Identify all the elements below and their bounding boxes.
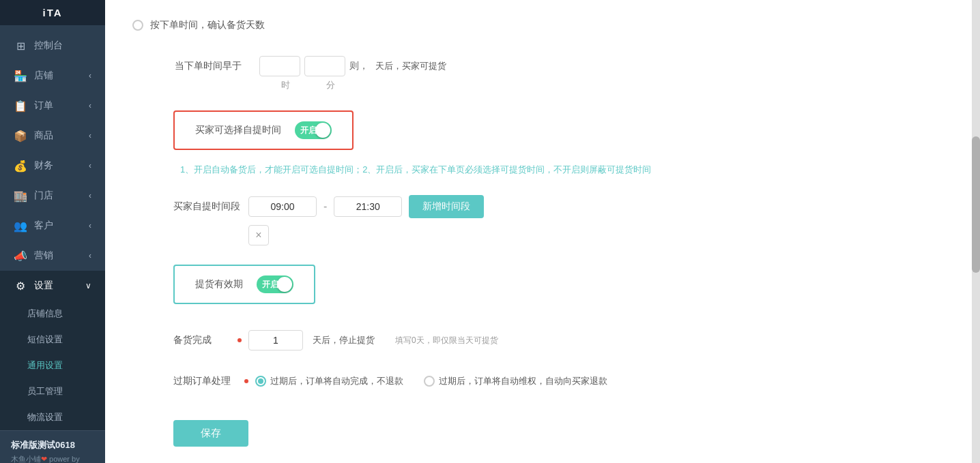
radio-opt2-text: 过期后，订单将自动维权，自动向买家退款 <box>439 375 607 387</box>
radio-time-option-row: 按下单时间，确认备货天数 <box>132 14 953 37</box>
chevron-right-icon: ‹ <box>89 161 91 170</box>
period-end-input[interactable] <box>334 196 402 217</box>
time-input-row: 则， 天后，买家可提货 <box>259 56 446 76</box>
sidebar-item-label: 营销 <box>34 250 53 262</box>
hour-unit: 时 <box>265 79 306 91</box>
pickup-note: 1、开启自动备货后，才能开启可选自提时间；2、开启后，买家在下单页必须选择可提货… <box>139 164 953 176</box>
stock-complete-label: 备货完成 <box>173 334 228 346</box>
time-period-row: 买家自提时间段 - 新增时间段 <box>173 195 484 218</box>
save-section: 保存 <box>132 406 953 447</box>
main-content: 按下单时间，确认备货天数 当下单时间早于 则， 天后，买家可提货 时 分 <box>105 0 980 463</box>
stock-note: 填写0天，即仅限当天可提货 <box>395 335 498 346</box>
sidebar-item-branches[interactable]: 🏬 门店 ‹ <box>0 181 105 211</box>
time-inputs-group: 则， 天后，买家可提货 时 分 <box>259 56 446 91</box>
chevron-right-icon: ‹ <box>89 251 91 260</box>
validity-toggle-section: 提货有效期 开启 <box>132 265 953 311</box>
store-name: 标准版测试0618 <box>11 439 94 451</box>
min-unit: 分 <box>310 79 351 91</box>
validity-toggle[interactable]: 开启 <box>257 275 293 293</box>
pickup-toggle-box: 买家可选择自提时间 开启 <box>173 110 354 150</box>
validity-toggle-box: 提货有效期 开启 <box>173 265 315 304</box>
dashboard-icon: ⊞ <box>14 39 27 53</box>
sidebar-logo: iTA <box>0 0 105 25</box>
sidebar-subitem-sms[interactable]: 短信设置 <box>0 327 105 353</box>
sidebar-item-label: 控制台 <box>34 40 63 52</box>
radio-time-option-label: 按下单时间，确认备货天数 <box>150 19 265 31</box>
finance-icon: 💰 <box>14 159 27 173</box>
branches-icon: 🏬 <box>14 189 27 203</box>
pickup-time-label: 买家可选择自提时间 <box>195 124 281 136</box>
radio-opt1-text: 过期后，订单将自动完成，不退款 <box>270 375 403 387</box>
customers-icon: 👥 <box>14 219 27 233</box>
stock-days-input[interactable] <box>248 330 303 350</box>
sidebar-item-marketing[interactable]: 📣 营销 ‹ <box>0 241 105 271</box>
products-icon: 📦 <box>14 129 27 143</box>
expired-order-row: 过期订单处理 过期后，订单将自动完成，不退款 过期后，订单将自动维权，自动向买家… <box>132 370 953 393</box>
order-time-row: 当下单时间早于 则， 天后，买家可提货 时 分 <box>132 50 953 97</box>
chevron-right-icon: ‹ <box>89 191 91 200</box>
time-unit-row: 时 分 <box>259 79 446 91</box>
sidebar-subitem-general[interactable]: 通用设置 <box>0 353 105 378</box>
sidebar-item-label: 门店 <box>34 190 53 202</box>
sidebar-item-label: 设置 <box>34 280 53 292</box>
sidebar-item-settings[interactable]: ⚙ 设置 ∨ <box>0 271 105 301</box>
save-button[interactable]: 保存 <box>173 420 248 447</box>
sidebar-item-store[interactable]: 🏪 店铺 ‹ <box>0 61 105 91</box>
chevron-right-icon: ‹ <box>89 101 91 110</box>
sidebar-item-label: 订单 <box>34 100 53 112</box>
period-start-input[interactable] <box>248 196 317 217</box>
add-period-button[interactable]: 新增时间段 <box>409 195 484 218</box>
pickup-toggle-section: 买家可选择自提时间 开启 <box>132 110 953 157</box>
powered-by-text: 木鱼小铺❤ power by <box>11 454 94 463</box>
sidebar-item-products[interactable]: 📦 商品 ‹ <box>0 121 105 151</box>
scrollbar-thumb[interactable] <box>972 136 980 273</box>
days-after-text: 天后，买家可提货 <box>375 60 446 72</box>
sidebar-item-label: 店铺 <box>34 70 53 82</box>
sidebar-footer: 标准版测试0618 木鱼小铺❤ power by <box>0 430 105 463</box>
sidebar-item-orders[interactable]: 📋 订单 ‹ <box>0 91 105 121</box>
time-min-input[interactable] <box>304 56 345 76</box>
expired-required-dot <box>244 379 248 383</box>
validity-label: 提货有效期 <box>195 278 243 290</box>
delete-period-button[interactable]: × <box>248 225 269 245</box>
sidebar: iTA ⊞ 控制台 🏪 店铺 ‹ 📋 订单 ‹ 📦 商品 ‹ 💰 财务 ‹ 🏬 … <box>0 0 105 463</box>
chevron-right-icon: ‹ <box>89 221 91 230</box>
expired-radio-opt1[interactable]: 过期后，订单将自动完成，不退款 <box>255 375 403 387</box>
pickup-toggle[interactable]: 开启 <box>295 121 332 139</box>
required-dot <box>237 338 242 342</box>
chevron-down-icon: ∨ <box>85 281 91 290</box>
sidebar-item-finance[interactable]: 💰 财务 ‹ <box>0 151 105 181</box>
settings-submenu: 店铺信息 短信设置 通用设置 员工管理 物流设置 <box>0 301 105 430</box>
sidebar-item-customers[interactable]: 👥 客户 ‹ <box>0 211 105 241</box>
stock-days-suffix: 天后，停止提货 <box>313 334 375 346</box>
marketing-icon: 📣 <box>14 249 27 263</box>
sidebar-subitem-store-info[interactable]: 店铺信息 <box>0 301 105 327</box>
radio-time-option[interactable] <box>132 20 143 31</box>
radio-opt2-circle[interactable] <box>424 376 435 387</box>
radio-opt1-circle[interactable] <box>255 376 266 387</box>
delete-row: × <box>248 225 269 245</box>
store-icon: 🏪 <box>14 69 27 83</box>
time-hour-input[interactable] <box>259 56 300 76</box>
dash-separator: - <box>323 200 327 213</box>
sidebar-item-label: 客户 <box>34 220 53 232</box>
settings-icon: ⚙ <box>14 279 27 293</box>
comma-text: 则， <box>349 60 369 72</box>
sidebar-item-label: 财务 <box>34 160 53 172</box>
chevron-right-icon: ‹ <box>89 71 91 80</box>
expired-order-label: 过期订单处理 <box>173 375 235 387</box>
time-period-section: 买家自提时间段 - 新增时间段 × <box>132 190 953 251</box>
sidebar-subitem-logistics[interactable]: 物流设置 <box>0 404 105 430</box>
orders-icon: 📋 <box>14 99 27 113</box>
sidebar-item-dashboard[interactable]: ⊞ 控制台 <box>0 31 105 61</box>
sidebar-item-label: 商品 <box>34 130 53 142</box>
sidebar-subitem-employee[interactable]: 员工管理 <box>0 378 105 404</box>
expired-radio-opt2[interactable]: 过期后，订单将自动维权，自动向买家退款 <box>424 375 607 387</box>
pickup-period-label: 买家自提时间段 <box>173 200 242 213</box>
order-time-label: 当下单时间早于 <box>173 60 242 72</box>
stock-complete-row: 备货完成 天后，停止提货 填写0天，即仅限当天可提货 <box>132 325 953 356</box>
chevron-right-icon: ‹ <box>89 131 91 140</box>
right-scrollbar[interactable] <box>972 0 980 463</box>
content-area: 按下单时间，确认备货天数 当下单时间早于 则， 天后，买家可提货 时 分 <box>105 0 980 463</box>
